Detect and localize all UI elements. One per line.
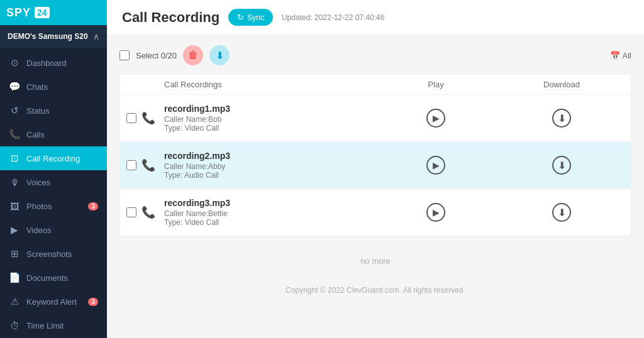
page-title: Call Recording [122,9,219,26]
table-row: 📞 recording1.mp3 Caller Name:Bob Type: V… [120,95,631,142]
recording-info: recording2.mp3 Caller Name:Abby Type: Au… [164,151,373,180]
sidebar-item-call-recording[interactable]: ⊡ Call Recording [0,146,107,170]
photos-badge: 3 [88,202,98,210]
device-name: DEMO's Samsung S20 [8,32,88,41]
filename: recording2.mp3 [164,151,373,161]
play-circle-icon: ▶ [426,203,445,222]
sidebar-item-documents[interactable]: 📄 Documents [0,266,107,290]
play-button[interactable]: ▶ [373,203,499,222]
filename: recording3.mp3 [164,198,373,208]
download-all-button[interactable]: ⬇ [209,45,230,65]
main-area: Call Recording ↻ Sync Updated: 2022-12-2… [107,0,644,338]
sidebar-item-label: Screenshots [26,249,72,259]
toolbar: Select 0/20 🗑 ⬇ 📅 All [119,45,631,65]
call-recording-icon: ⊡ [9,153,20,164]
download-circle-icon: ⬇ [552,109,571,128]
call-type: Type: Video Call [164,218,373,227]
calls-icon: 📞 [9,129,20,140]
chats-icon: 💬 [9,81,20,92]
main-header: Call Recording ↻ Sync Updated: 2022-12-2… [107,0,644,35]
time-limit-icon: ⏱ [9,320,20,331]
row-select: 📞 [126,205,164,219]
sidebar-item-keyword-alert[interactable]: ⚠ Keyword Alert 3 [0,290,107,313]
filename: recording1.mp3 [164,104,373,114]
sidebar-item-videos[interactable]: ▶ Videos [0,218,107,242]
row-checkbox-1[interactable] [126,160,136,170]
download-circle-icon: ⬇ [552,203,571,222]
table-header: Call Recordings Play Download [120,75,631,95]
sidebar: SPY 24 DEMO's Samsung S20 ∧ ⊙ Dashboard … [0,0,107,338]
recording-info: recording1.mp3 Caller Name:Bob Type: Vid… [164,104,373,133]
voices-icon: 🎙 [9,177,20,188]
play-circle-icon: ▶ [426,156,445,175]
logo: SPY [6,6,31,19]
play-circle-icon: ▶ [426,109,445,128]
select-all-checkbox[interactable] [119,50,130,60]
call-type: Type: Video Call [164,124,373,133]
row-checkbox-2[interactable] [126,207,136,217]
sync-icon: ↻ [237,13,244,22]
keyword-alert-badge: 3 [88,298,98,306]
sidebar-header: SPY 24 [0,0,107,25]
navigation: ⊙ Dashboard 💬 Chats ↺ Status 📞 Calls ⊡ C… [0,48,107,338]
phone-icon: 📞 [142,205,155,219]
videos-icon: ▶ [9,224,20,236]
all-button[interactable]: 📅 All [610,51,631,60]
sidebar-item-calls[interactable]: 📞 Calls [0,123,107,146]
updated-text: Updated: 2022-12-22 07:40:46 [282,13,384,22]
sidebar-item-label: Photos [26,202,52,211]
photos-icon: 🖼 [9,200,20,212]
delete-button[interactable]: 🗑 [183,45,203,65]
sidebar-item-time-limit[interactable]: ⏱ Time Limit [0,313,107,337]
col-download-header: Download [499,80,625,89]
device-bar: DEMO's Samsung S20 ∧ [0,25,107,48]
download-button[interactable]: ⬇ [499,156,625,175]
screenshots-icon: ⊞ [9,248,20,259]
sidebar-item-status[interactable]: ↺ Status [0,99,107,123]
sidebar-item-label: Status [26,106,50,116]
row-select: 📞 [126,111,164,125]
sidebar-item-label: Dashboard [26,58,67,68]
download-circle-icon: ⬇ [552,156,571,175]
caller-name: Caller Name:Bob [164,115,373,124]
recording-info: recording3.mp3 Caller Name:Bettie Type: … [164,198,373,227]
table-row: 📞 recording3.mp3 Caller Name:Bettie Type… [120,189,631,236]
chevron-up-icon[interactable]: ∧ [93,31,99,41]
main-content: Select 0/20 🗑 ⬇ 📅 All Call Recordings Pl… [107,35,644,338]
play-button[interactable]: ▶ [373,109,499,128]
call-type: Type: Audio Call [164,171,373,180]
calendar-icon: 📅 [610,51,620,60]
copyright-text: Copyright © 2022 ClevGuard.com. All righ… [119,278,631,302]
phone-icon: 📞 [142,158,155,172]
row-checkbox-0[interactable] [126,113,136,123]
sidebar-item-voices[interactable]: 🎙 Voices [0,170,107,194]
sidebar-item-screenshots[interactable]: ⊞ Screenshots [0,242,107,266]
caller-name: Caller Name:Abby [164,162,373,171]
col-recordings-header: Call Recordings [164,80,373,89]
caller-name: Caller Name:Bettie [164,209,373,218]
sidebar-item-dashboard[interactable]: ⊙ Dashboard [0,51,107,75]
logo-number: 24 [35,7,50,18]
dashboard-icon: ⊙ [9,57,20,68]
sync-button[interactable]: ↻ Sync [228,9,273,26]
sidebar-item-label: Documents [26,273,68,283]
sidebar-item-chats[interactable]: 💬 Chats [0,75,107,99]
play-button[interactable]: ▶ [373,156,499,175]
sidebar-item-label: Time Limit [26,321,64,330]
sidebar-item-label: Voices [26,178,50,187]
documents-icon: 📄 [9,272,20,283]
sidebar-item-label: Calls [26,130,45,139]
table-row: 📞 recording2.mp3 Caller Name:Abby Type: … [120,142,631,189]
recordings-list: 📞 recording1.mp3 Caller Name:Bob Type: V… [120,95,631,236]
row-select: 📞 [126,158,164,172]
sidebar-item-label: Videos [26,226,52,235]
download-button[interactable]: ⬇ [499,109,625,128]
sidebar-item-photos[interactable]: 🖼 Photos 3 [0,194,107,218]
col-play-header: Play [373,80,499,89]
sidebar-item-label: Call Recording [26,154,80,163]
keyword-alert-icon: ⚠ [9,296,20,307]
no-more-text: no more [119,243,631,278]
status-icon: ↺ [9,105,20,116]
download-button[interactable]: ⬇ [499,203,625,222]
select-label: Select 0/20 [136,51,177,60]
